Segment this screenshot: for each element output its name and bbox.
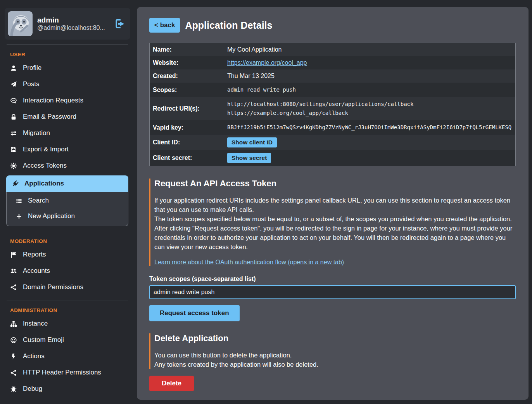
sidebar-item-actions[interactable]: Actions [5,348,130,364]
sidebar-item-reports[interactable]: Reports [5,246,130,263]
table-row-value: BBJffJ219b5iE512m7wQSzv4KgKDhgZZVzNyWC_r… [227,123,512,132]
bug-icon [10,386,17,392]
sidebar-item-label: Domain Permissions [23,283,83,291]
mono-value: admin read write push [227,87,296,93]
table-row-label: Client ID: [153,139,227,146]
sidebar-item-profile[interactable]: Profile [5,60,130,76]
page-title: Application Details [185,20,272,31]
sidebar-item-posts[interactable]: Posts [5,76,130,92]
back-button[interactable]: < back [149,18,180,33]
sidebar-item-accounts[interactable]: Accounts [5,263,130,279]
sidebar-item-label: Actions [23,352,45,360]
sidebar-item-label: Search [28,197,49,205]
sidebar-item-label: Interaction Requests [23,97,83,104]
delete-button[interactable]: Delete [149,376,194,391]
table-row-label: Website: [153,59,227,66]
nav-section-title: USER [5,49,130,60]
request-token-description: If your application redirect URIs includ… [154,196,516,251]
request-access-token-button[interactable]: Request access token [149,305,240,321]
description-paragraph: After clicking "Request access token", y… [154,224,516,251]
delete-application-heading: Delete Application [154,333,516,343]
sidebar-item-domain-permissions[interactable]: Domain Permissions [5,279,130,295]
table-row: Client secret:Show secret [150,150,515,166]
logout-icon[interactable] [114,18,126,29]
sidebar-item-http-header-permissions[interactable]: HTTP Header Permissions [5,364,130,381]
sidebar-item-access-tokens[interactable]: Access Tokens [5,158,130,174]
sidebar-item-applications[interactable]: Applications [6,175,128,192]
nav-section-title: MODERATION [5,235,130,246]
table-row-label: Name: [153,46,227,53]
table-row: Vapid key:BBJffJ219b5iE512m7wQSzv4KgKDhg… [150,120,515,135]
table-row: Client ID:Show client ID [150,135,515,150]
table-row-label: Redirect URI(s): [153,105,227,112]
table-row: Scopes:admin read write push [150,83,515,97]
sidebar-item-label: Access Tokens [23,162,67,170]
table-row-label: Vapid key: [153,124,227,131]
table-row: Website:https://example.org/cool_app [150,56,515,69]
users-icon [10,268,17,274]
mono-value: http://localhost:8080/settings/user/appl… [227,100,512,109]
sidebar-item-interaction-requests[interactable]: Interaction Requests [5,92,130,109]
arrows-left-right-icon [10,130,17,137]
table-row-value: Thu Mar 13 2025 [227,73,512,80]
main-panel: < back Application Details Name:My Cool … [137,7,529,400]
table-row-value: Show client ID [227,137,512,147]
table-row-value: http://localhost:8080/settings/user/appl… [227,100,512,118]
description-paragraph: Any tokens created by the application wi… [154,360,516,369]
sidebar-item-migration[interactable]: Migration [5,125,130,141]
user-meta: admin @admin@localhost:80... [37,16,109,31]
bolt-icon [10,353,17,360]
table-row: Created:Thu Mar 13 2025 [150,69,515,83]
plus-icon [16,213,22,219]
application-details-table: Name:My Cool ApplicationWebsite:https://… [149,43,516,166]
user-name: admin [37,16,109,24]
share-nodes-icon [10,369,17,376]
smiley-icon [10,337,17,343]
sidebar-submenu: SearchNew Application [6,192,128,226]
show-client-id-button[interactable]: Show client ID [227,137,277,147]
sidebar-item-email-password[interactable]: Email & Password [5,109,130,125]
request-token-heading: Request An API Access Token [154,179,516,189]
sitemap-icon [10,321,17,327]
sidebar-item-search[interactable]: Search [7,193,128,208]
table-row-label: Client secret: [153,154,227,161]
user-card: admin @admin@localhost:80... [5,8,130,40]
description-paragraph: You can use this button to delete the ap… [154,350,516,360]
sidebar-item-debug[interactable]: Debug [5,381,130,397]
page-header: < back Application Details [149,18,516,33]
divider [7,44,128,45]
table-row-value: Show secret [227,153,512,163]
sidebar-item-label: Accounts [23,267,50,275]
sidebar-item-custom-emoji[interactable]: Custom Emoji [5,332,130,348]
table-row: Redirect URI(s):http://localhost:8080/se… [150,97,515,120]
sidebar-item-export-import[interactable]: Export & Import [5,141,130,158]
floppy-disk-icon [10,146,17,153]
table-row: Name:My Cool Application [150,43,515,56]
table-row-label: Scopes: [153,87,227,94]
nav-section-title: ADMINISTRATION [5,304,130,316]
delete-application-description: You can use this button to delete the ap… [154,350,516,369]
table-row-label: Created: [153,73,227,80]
sidebar-item-instance[interactable]: Instance [5,316,130,332]
sidebar-item-label: Profile [23,64,41,72]
website-link[interactable]: https://example.org/cool_app [227,59,307,66]
sidebar: admin @admin@localhost:80... USERProfile… [0,0,134,404]
mono-value: https://example.org/cool_app/callback [227,109,512,118]
sidebar-item-label: Applications [24,180,64,187]
table-row-value: https://example.org/cool_app [227,59,512,66]
paper-plane-icon [10,81,17,88]
delete-application-section: Delete Application You can use this butt… [149,333,516,369]
sidebar-item-new-application[interactable]: New Application [7,208,128,224]
oauth-docs-link[interactable]: Learn more about the OAuth authenticatio… [154,259,344,265]
sidebar-item-label: Custom Emoji [23,336,64,344]
token-scopes-input[interactable] [149,285,516,299]
lock-icon [10,114,17,120]
show-secret-button[interactable]: Show secret [227,153,271,163]
description-paragraph: The token scopes specified below must be… [154,214,516,224]
divider [7,300,128,300]
list-icon [16,198,22,204]
table-row-value: admin read write push [227,85,512,94]
sidebar-item-label: Export & Import [23,146,69,153]
token-burst-icon [10,163,17,169]
user-icon [10,65,17,71]
